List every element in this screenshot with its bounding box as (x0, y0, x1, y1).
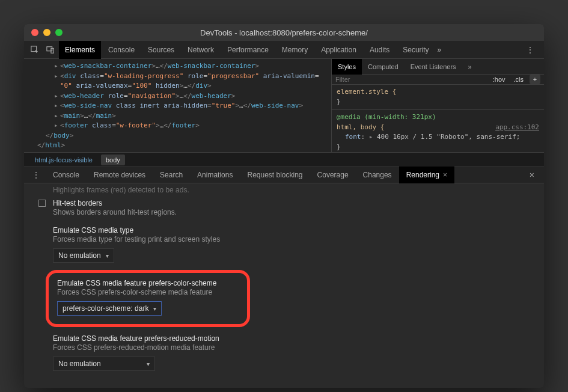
window-title: DevTools - localhost:8080/prefers-color-… (24, 28, 544, 37)
toggle-hov-button[interactable]: :hov (490, 75, 508, 84)
drawer-tab-remote-devices[interactable]: Remote devices (87, 167, 153, 183)
prefers-reduced-motion-value: No emulation (58, 360, 101, 368)
drawer-menu-icon[interactable]: ⋮ (26, 171, 46, 179)
titlebar: DevTools - localhost:8080/prefers-color-… (24, 24, 544, 41)
prefers-color-scheme-setting-highlight: Emulate CSS media feature prefers-color-… (46, 270, 250, 327)
settings-kebab-icon[interactable]: ⋮ (521, 46, 540, 54)
chevron-down-icon: ▾ (153, 305, 156, 312)
close-drawer-icon[interactable]: × (522, 170, 542, 180)
toggle-cls-button[interactable]: .cls (512, 75, 527, 84)
tab-sources[interactable]: Sources (142, 41, 180, 59)
prefers-reduced-motion-setting: Emulate CSS media feature prefers-reduce… (24, 329, 544, 376)
close-brace-2: } (337, 143, 341, 151)
more-tabs-icon[interactable]: » (438, 46, 442, 54)
tab-elements[interactable]: Elements (59, 41, 101, 59)
tab-event-listeners[interactable]: Event Listeners (405, 59, 462, 75)
prefers-color-scheme-title: Emulate CSS media feature prefers-color-… (57, 279, 239, 287)
prefers-reduced-motion-title: Emulate CSS media feature prefers-reduce… (53, 334, 531, 343)
hit-test-borders-setting: Hit-test borders Shows borders around hi… (24, 194, 544, 221)
emulate-media-type-setting: Emulate CSS media type Forces media type… (24, 221, 544, 268)
drawer-tab-request-blocking[interactable]: Request blocking (240, 167, 310, 183)
hit-test-borders-title: Hit-test borders (53, 199, 531, 207)
breadcrumb-html[interactable]: html.js-focus-visible (30, 155, 97, 165)
close-brace: } (337, 98, 341, 106)
html-body-selector: html, body { (337, 123, 384, 131)
element-style-selector: element.style { (337, 88, 396, 96)
drawer-tab-search[interactable]: Search (153, 167, 190, 183)
font-val: 400 16px / 1.5 "Roboto", sans-serif; (377, 133, 520, 141)
source-link[interactable]: app.css:102 (495, 123, 539, 133)
tab-performance[interactable]: Performance (221, 41, 275, 59)
main-panel-tabs: Elements Console Sources Network Perform… (24, 41, 544, 59)
chevron-down-icon: ▾ (106, 253, 109, 259)
prefers-color-scheme-value: prefers-color-scheme: dark (63, 304, 148, 313)
emulate-media-type-title: Emulate CSS media type (53, 226, 531, 234)
rendering-drawer-body: Highlights frames (red) detected to be a… (24, 183, 544, 388)
hit-test-borders-desc: Shows borders around hit-test regions. (53, 208, 531, 216)
elements-dom-tree[interactable]: ▸<web-snackbar-container>…</web-snackbar… (24, 59, 331, 152)
tab-computed[interactable]: Computed (362, 59, 405, 75)
main-split: ▸<web-snackbar-container>…</web-snackbar… (24, 59, 544, 152)
truncated-prev-desc: Highlights frames (red) detected to be a… (24, 186, 544, 194)
more-styles-tabs-icon[interactable]: » (462, 59, 478, 75)
drawer-tab-coverage[interactable]: Coverage (310, 167, 356, 183)
emulate-media-type-select[interactable]: No emulation ▾ (53, 248, 114, 263)
drawer-tab-rendering[interactable]: Rendering× (399, 167, 454, 183)
styles-filter-input[interactable] (335, 76, 487, 83)
tab-application[interactable]: Application (315, 41, 362, 59)
hit-test-borders-checkbox[interactable] (38, 200, 46, 207)
tab-memory[interactable]: Memory (276, 41, 314, 59)
emulate-media-type-value: No emulation (58, 251, 101, 260)
tab-console[interactable]: Console (102, 41, 141, 59)
breadcrumb-body[interactable]: body (101, 155, 125, 165)
styles-pane-tabs: Styles Computed Event Listeners » (332, 59, 544, 75)
media-rule: @media (min-width: 321px) (337, 113, 436, 121)
styles-filter-row: :hov .cls + (332, 75, 544, 85)
font-prop: font (345, 133, 361, 141)
toggle-device-toolbar-icon[interactable] (43, 43, 58, 57)
prefers-reduced-motion-desc: Forces CSS prefers-reduced-motion media … (53, 343, 531, 352)
drawer-tab-changes[interactable]: Changes (356, 167, 399, 183)
inspect-element-icon[interactable] (28, 43, 42, 57)
drawer-tab-rendering-label: Rendering (406, 171, 439, 179)
tab-network[interactable]: Network (182, 41, 220, 59)
prefers-color-scheme-desc: Forces CSS prefers-color-scheme media fe… (57, 288, 239, 296)
drawer-tab-animations[interactable]: Animations (190, 167, 240, 183)
drawer-tabs: ⋮ Console Remote devices Search Animatio… (24, 167, 544, 183)
styles-pane: Styles Computed Event Listeners » :hov .… (331, 59, 544, 152)
emulate-media-type-desc: Forces media type for testing print and … (53, 235, 531, 243)
new-style-rule-button[interactable]: + (530, 75, 540, 84)
tab-audits[interactable]: Audits (364, 41, 395, 59)
chevron-down-icon: ▾ (147, 361, 150, 367)
prefers-color-scheme-select[interactable]: prefers-color-scheme: dark ▾ (57, 301, 162, 316)
tab-security[interactable]: Security (397, 41, 435, 59)
tab-styles[interactable]: Styles (332, 59, 362, 75)
devtools-window: DevTools - localhost:8080/prefers-color-… (24, 24, 544, 388)
prefers-reduced-motion-select[interactable]: No emulation ▾ (53, 357, 155, 371)
styles-rules[interactable]: element.style { } @media (min-width: 321… (332, 85, 544, 155)
close-tab-icon[interactable]: × (443, 171, 447, 179)
drawer-tab-console[interactable]: Console (46, 167, 87, 183)
